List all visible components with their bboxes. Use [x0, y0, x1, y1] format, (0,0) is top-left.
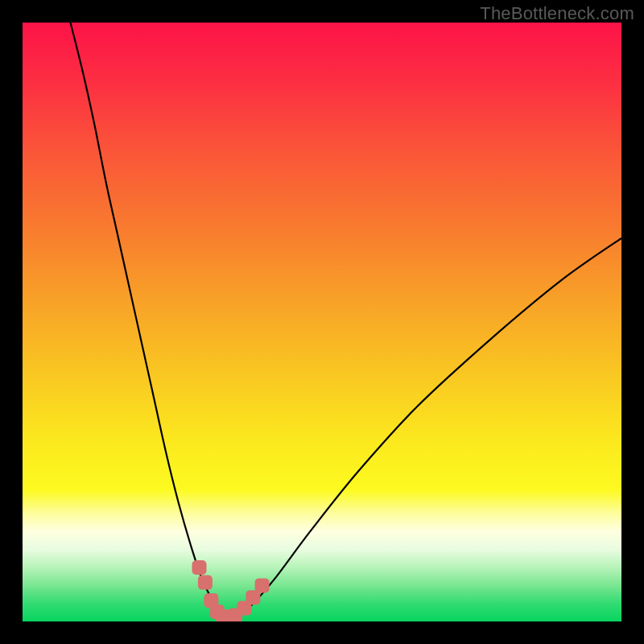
- curve-layer: [23, 23, 621, 621]
- curve-marker: [255, 578, 270, 592]
- bottleneck-curve: [71, 23, 622, 618]
- curve-marker: [192, 560, 207, 575]
- plot-area: [23, 23, 621, 621]
- curve-marker: [198, 576, 213, 590]
- marker-group: [192, 560, 270, 621]
- chart-stage: TheBottleneck.com: [0, 0, 644, 644]
- attribution-text: TheBottleneck.com: [480, 3, 634, 24]
